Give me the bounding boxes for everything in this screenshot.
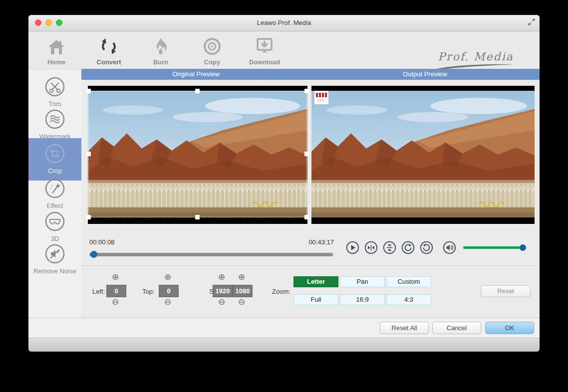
crop-handle-bottom-middle[interactable] xyxy=(195,215,200,219)
original-preview-pane[interactable] xyxy=(88,86,307,224)
sidebar-item-3d[interactable]: 3D xyxy=(28,208,81,245)
zoom-full-button[interactable]: Full xyxy=(293,294,338,305)
cancel-button[interactable]: Cancel xyxy=(432,322,481,334)
disc-icon xyxy=(190,35,235,55)
main-panel: Original Preview Output Preview xyxy=(81,69,540,318)
volume-thumb[interactable] xyxy=(520,244,526,251)
crop-handle-bottom-right[interactable] xyxy=(304,215,309,219)
sidebar-item-watermark[interactable]: Watermark xyxy=(28,106,81,143)
crop-handle-middle-left[interactable] xyxy=(86,152,91,156)
sidebar-item-remove-noise[interactable]: Remove Noise xyxy=(28,240,81,278)
crop-handle-top-left[interactable] xyxy=(86,89,91,93)
sidebar-crop-label: Crop xyxy=(28,167,81,175)
window-title: Leawo Prof. Media xyxy=(28,15,540,31)
crop-handle-bottom-left[interactable] xyxy=(86,215,91,219)
sidebar-item-trim[interactable]: Trim xyxy=(28,73,81,111)
volume-slider[interactable] xyxy=(463,246,525,249)
output-preview-pane xyxy=(311,86,535,224)
crop-handle-top-middle[interactable] xyxy=(195,89,200,93)
fullscreen-icon[interactable] xyxy=(528,18,536,26)
zoom-16-9-button[interactable]: 16:9 xyxy=(340,294,385,305)
ok-button[interactable]: OK xyxy=(485,322,534,334)
app-window: Leawo Prof. Media Home xyxy=(28,15,540,352)
toolbar-convert[interactable]: Convert xyxy=(86,35,131,66)
scissors-icon xyxy=(44,76,65,97)
timeline-row: 00:00:08 00:43:17 xyxy=(81,234,540,265)
toolbar-convert-label: Convert xyxy=(86,58,131,66)
flip-vertical-button[interactable] xyxy=(383,241,396,254)
channel-logo-marks-secondary xyxy=(317,99,325,102)
3d-glasses-icon xyxy=(44,211,65,232)
crop-icon xyxy=(44,143,65,164)
size-height-increment-button[interactable]: ⊕ xyxy=(237,273,246,282)
seek-thumb[interactable] xyxy=(90,251,97,258)
left-decrement-button[interactable]: ⊖ xyxy=(111,298,120,307)
top-decrement-button[interactable]: ⊖ xyxy=(163,298,172,307)
size-width-decrement-button[interactable]: ⊖ xyxy=(217,298,226,307)
mute-speaker-icon xyxy=(44,243,65,264)
reset-button[interactable]: Reset xyxy=(481,285,531,297)
brand-logo-text: Prof. Media xyxy=(436,50,516,63)
flip-horizontal-button[interactable] xyxy=(364,241,378,254)
toolbar-download[interactable]: Download xyxy=(242,35,287,66)
home-icon xyxy=(34,35,79,55)
toolbar-home-label: Home xyxy=(34,58,79,66)
size-width-value[interactable]: 1920 xyxy=(213,285,233,297)
waves-icon xyxy=(44,109,65,130)
top-label: Top: xyxy=(142,288,155,295)
play-button[interactable] xyxy=(346,241,359,254)
rotate-clockwise-button[interactable] xyxy=(401,241,415,254)
toolbar-copy[interactable]: Copy xyxy=(190,35,235,66)
crop-handle-middle-right[interactable] xyxy=(304,152,309,156)
output-video-frame xyxy=(311,91,535,217)
left-value[interactable]: 0 xyxy=(106,285,126,297)
toolbar-burn[interactable]: Burn xyxy=(138,35,183,66)
monitor-download-icon xyxy=(242,35,287,55)
sidebar-item-effect[interactable]: Effect xyxy=(28,175,81,212)
top-value[interactable]: 0 xyxy=(159,285,179,297)
size-height-value[interactable]: 1080 xyxy=(233,285,253,297)
volume-button[interactable] xyxy=(443,241,456,254)
zoom-letter-button[interactable]: Letter xyxy=(293,276,338,287)
crop-handle-top-right[interactable] xyxy=(304,89,309,93)
toolbar-burn-label: Burn xyxy=(138,58,183,66)
sidebar: Trim Watermark Crop Effect xyxy=(28,69,82,318)
original-preview-label: Original Preview xyxy=(81,69,310,80)
size-height-decrement-button[interactable]: ⊖ xyxy=(237,298,246,307)
preview-header: Original Preview Output Preview xyxy=(81,69,540,80)
status-bar xyxy=(28,338,540,352)
reset-all-button[interactable]: Reset All xyxy=(380,322,429,334)
rotate-counterclockwise-button[interactable] xyxy=(420,241,433,254)
crop-controls-row: Left: ⊕ 0 ⊖ Top: ⊕ 0 ⊖ Size: ⊕ 1920 ⊖ ⊕ … xyxy=(81,265,540,318)
flame-icon xyxy=(138,35,183,55)
convert-arrows-icon xyxy=(86,35,131,55)
output-preview-label: Output Preview xyxy=(310,69,540,80)
zoom-pan-button[interactable]: Pan xyxy=(340,276,385,287)
zoom-custom-button[interactable]: Custom xyxy=(386,276,431,287)
crop-selection-rect[interactable] xyxy=(88,91,307,217)
left-increment-button[interactable]: ⊕ xyxy=(111,273,120,282)
toolbar-copy-label: Copy xyxy=(190,58,235,66)
zoom-label: Zoom: xyxy=(272,288,290,295)
toolbar-home[interactable]: Home xyxy=(34,35,79,66)
total-time: 00:43:17 xyxy=(291,238,334,246)
channel-logo-badge xyxy=(314,91,328,104)
size-width-increment-button[interactable]: ⊕ xyxy=(217,273,226,282)
sidebar-item-crop[interactable]: Crop xyxy=(28,138,81,181)
zoom-4-3-button[interactable]: 4:3 xyxy=(386,294,431,305)
magic-wand-icon xyxy=(44,178,65,199)
toolbar-download-label: Download xyxy=(242,58,287,66)
left-label: Left: xyxy=(92,288,105,295)
current-time: 00:00:08 xyxy=(89,238,115,246)
sidebar-remove-noise-label: Remove Noise xyxy=(28,267,81,275)
channel-logo-marks xyxy=(316,93,327,97)
top-increment-button[interactable]: ⊕ xyxy=(163,273,172,282)
seek-bar[interactable] xyxy=(89,253,333,256)
footer-bar: Reset All Cancel OK xyxy=(28,318,540,338)
titlebar: Leawo Prof. Media xyxy=(28,15,540,31)
